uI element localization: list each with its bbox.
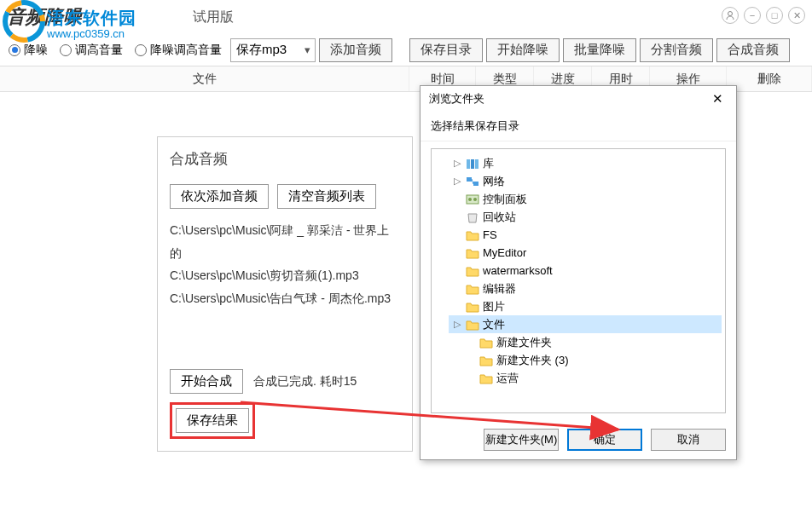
list-item[interactable]: C:\Users\pc\Music\告白气球 - 周杰伦.mp3: [170, 287, 400, 310]
title-bar: 音频降噪 浯东软件园 www.pc0359.cn 试用版 − □ ✕: [0, 0, 812, 34]
radio-denoise-volume[interactable]: 降噪调高音量: [130, 43, 227, 58]
batch-denoise-button[interactable]: 批量降噪: [563, 38, 636, 62]
start-denoise-button[interactable]: 开始降噪: [486, 38, 560, 62]
watermark-url: www.pc0359.cn: [47, 27, 125, 40]
folder-icon: [479, 372, 493, 384]
minimize-icon[interactable]: −: [744, 7, 761, 24]
user-icon[interactable]: [722, 7, 739, 24]
tree-item[interactable]: ▷文件: [449, 315, 722, 333]
watermark-logo-icon: [0, 0, 47, 43]
tree-item[interactable]: FS: [449, 226, 722, 244]
file-list: C:\Users\pc\Music\阿肆 _ 郭采洁 - 世界上的 C:\Use…: [170, 219, 400, 309]
radio-volume-up[interactable]: 调高音量: [55, 43, 128, 58]
clear-list-button[interactable]: 清空音频列表: [277, 184, 376, 209]
tree-item-label: MyEditor: [483, 246, 526, 259]
tree-item[interactable]: 图片: [449, 297, 722, 315]
dialog-close-icon[interactable]: ✕: [707, 89, 728, 109]
save-result-button[interactable]: 保存结果: [176, 408, 249, 433]
maximize-icon[interactable]: □: [766, 7, 783, 24]
tree-item-label: 运营: [496, 371, 519, 386]
ok-button[interactable]: 确定: [567, 429, 642, 451]
start-merge-button[interactable]: 开始合成: [170, 369, 243, 394]
folder-tree[interactable]: ▷库▷网络控制面板回收站FSMyEditorwatermarksoft编辑器图片…: [431, 148, 726, 413]
folder-icon: [479, 337, 493, 349]
tree-item-label: 控制面板: [483, 192, 527, 207]
tree-item-label: 网络: [483, 174, 505, 189]
folder-icon: [466, 283, 479, 295]
tree-item[interactable]: ▷网络: [449, 172, 722, 190]
close-icon[interactable]: ✕: [788, 7, 805, 24]
tree-toggle-icon[interactable]: ▷: [452, 319, 462, 330]
tree-item[interactable]: 运营: [462, 369, 722, 387]
cancel-button[interactable]: 取消: [651, 429, 726, 451]
dialog-footer: 新建文件夹(M) 确定 取消: [420, 420, 736, 459]
tree-item[interactable]: 回收站: [449, 208, 722, 226]
dialog-titlebar: 浏览文件夹 ✕: [420, 86, 736, 112]
net-icon: [466, 176, 479, 187]
svg-rect-5: [475, 159, 478, 169]
radio-denoise[interactable]: 降噪: [3, 43, 53, 58]
merge-status: 合成已完成. 耗时15: [253, 374, 357, 389]
tree-item[interactable]: MyEditor: [449, 244, 722, 262]
tree-item[interactable]: ▷库: [449, 154, 722, 172]
tree-toggle-icon[interactable]: ▷: [452, 176, 462, 187]
split-audio-button[interactable]: 分割音频: [640, 38, 713, 62]
tree-item-label: FS: [483, 228, 497, 241]
bin-icon: [466, 211, 479, 223]
panel-title: 合成音频: [170, 149, 400, 169]
add-sequential-button[interactable]: 依次添加音频: [170, 184, 269, 209]
list-item[interactable]: C:\Users\pc\Music\剪切音频(1).mp3: [170, 264, 400, 287]
svg-point-2: [728, 12, 733, 16]
merge-panel: 合成音频 依次添加音频 清空音频列表 C:\Users\pc\Music\阿肆 …: [157, 136, 413, 452]
tree-item-label: 文件: [483, 317, 505, 332]
tree-item-label: 回收站: [483, 210, 516, 225]
tree-item[interactable]: watermarksoft: [449, 262, 722, 280]
watermark-brand: 浯东软件园: [47, 7, 136, 30]
tree-item[interactable]: 新建文件夹: [462, 333, 722, 351]
th-file: 文件: [0, 66, 409, 91]
folder-icon: [466, 319, 479, 331]
new-folder-button[interactable]: 新建文件夹(M): [484, 429, 559, 451]
svg-line-8: [472, 179, 473, 184]
svg-point-11: [473, 198, 477, 201]
save-dir-button[interactable]: 保存目录: [409, 38, 483, 62]
browse-folder-dialog: 浏览文件夹 ✕ 选择结果保存目录 ▷库▷网络控制面板回收站FSMyEditorw…: [420, 85, 737, 460]
tree-item-label: 新建文件夹 (3): [496, 353, 569, 368]
tree-item-label: 库: [483, 156, 494, 171]
dialog-subtitle: 选择结果保存目录: [420, 112, 736, 141]
folder-icon: [466, 247, 479, 259]
lib-icon: [466, 158, 479, 170]
folder-icon: [466, 229, 479, 241]
format-select[interactable]: 保存mp3: [230, 38, 316, 62]
tree-item-label: 图片: [483, 299, 505, 314]
window-controls: − □ ✕: [722, 7, 805, 24]
tree-item-label: 新建文件夹: [496, 335, 552, 350]
folder-icon: [466, 301, 479, 313]
tree-toggle-icon[interactable]: ▷: [452, 158, 462, 169]
svg-point-10: [468, 198, 472, 201]
merge-audio-button[interactable]: 合成音频: [716, 38, 790, 62]
svg-rect-7: [473, 182, 478, 186]
svg-rect-3: [467, 159, 470, 169]
th-delete: 删除: [727, 66, 812, 91]
tree-item[interactable]: 编辑器: [449, 280, 722, 297]
trial-label: 试用版: [193, 9, 234, 26]
svg-rect-4: [471, 159, 474, 169]
list-item[interactable]: C:\Users\pc\Music\阿肆 _ 郭采洁 - 世界上的: [170, 219, 400, 264]
save-result-highlight: 保存结果: [170, 402, 255, 439]
folder-icon: [466, 265, 479, 277]
tree-item-label: watermarksoft: [483, 264, 553, 277]
mode-radio-group: 降噪 调高音量 降噪调高音量: [3, 43, 227, 58]
tree-item[interactable]: 控制面板: [449, 190, 722, 208]
folder-icon: [479, 355, 493, 366]
cp-icon: [466, 193, 479, 205]
dialog-title-text: 浏览文件夹: [429, 91, 484, 107]
svg-rect-6: [467, 177, 472, 182]
tree-item[interactable]: 新建文件夹 (3): [462, 351, 722, 369]
add-audio-button[interactable]: 添加音频: [319, 38, 392, 62]
tree-item-label: 编辑器: [483, 281, 516, 297]
